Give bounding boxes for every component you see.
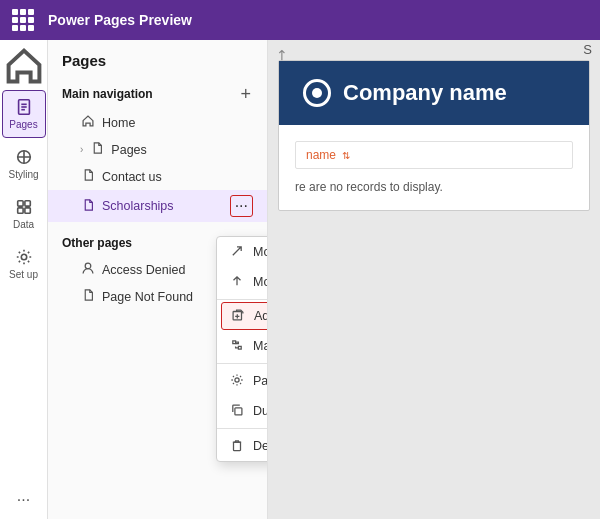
sidebar-item-setup-label: Set up [9, 269, 38, 280]
nav-item-pages[interactable]: › Pages [48, 136, 267, 163]
add-subpage-icon [230, 308, 246, 324]
preview-inner: Company name name ⇅ re are no records to… [278, 60, 590, 211]
make-subpage-icon [229, 338, 245, 354]
ctx-delete[interactable]: Delete [217, 431, 268, 461]
scholarships-more-button[interactable]: ··· [230, 195, 253, 217]
preview-field-sort-icon: ⇅ [342, 150, 350, 161]
ctx-add-subpage[interactable]: Add a new subpage [221, 302, 268, 330]
preview-content: name ⇅ re are no records to display. [279, 125, 589, 210]
ctx-move-up[interactable]: Move up [217, 267, 268, 297]
app-title: Power Pages Preview [48, 12, 192, 28]
preview-logo [303, 79, 331, 107]
nav-item-scholarships[interactable]: Scholarships ··· [48, 190, 267, 222]
move-to-other-icon [229, 244, 245, 260]
chevron-right-icon: › [80, 144, 83, 155]
ctx-page-settings[interactable]: Page settings [217, 366, 268, 396]
sidebar-item-setup[interactable]: Set up [2, 240, 46, 288]
ctx-move-to-other-label: Move to "Other pages" [253, 245, 268, 259]
delete-icon [229, 438, 245, 454]
preview-area: S ↙ Company name name ⇅ re are no record… [268, 40, 600, 519]
ctx-move-to-other[interactable]: Move to "Other pages" [217, 237, 268, 267]
icon-sidebar: Pages Styling Data Set up [0, 40, 48, 519]
svg-rect-7 [17, 208, 22, 213]
nav-item-pages-label: Pages [111, 143, 253, 157]
ctx-add-subpage-label: Add a new subpage [254, 309, 268, 323]
move-up-icon [229, 274, 245, 290]
preview-no-records: re are no records to display. [295, 176, 443, 198]
ctx-duplicate-label: Duplicate [253, 404, 268, 418]
nav-item-home[interactable]: Home [48, 109, 267, 136]
svg-rect-13 [235, 408, 242, 415]
svg-rect-8 [24, 208, 29, 213]
main-nav-label: Main navigation [62, 87, 153, 101]
home-nav-icon[interactable] [2, 48, 46, 84]
ctx-make-subpage[interactable]: Make this a subpage [217, 331, 268, 361]
sidebar-item-pages[interactable]: Pages [2, 90, 46, 138]
page-icon [89, 141, 105, 158]
ctx-page-settings-label: Page settings [253, 374, 268, 388]
nav-item-contact-label: Contact us [102, 170, 253, 184]
ctx-separator-3 [217, 428, 268, 429]
duplicate-icon [229, 403, 245, 419]
sidebar-item-styling-label: Styling [8, 169, 38, 180]
preview-header: Company name [279, 61, 589, 125]
preview-company-name: Company name [343, 80, 507, 106]
svg-point-9 [21, 254, 26, 259]
contact-icon [80, 168, 96, 185]
access-denied-icon [80, 261, 96, 278]
pages-panel-title: Pages [48, 52, 267, 79]
svg-point-12 [235, 378, 239, 382]
sidebar-more[interactable]: ... [2, 481, 46, 511]
preview-field: name ⇅ [295, 141, 573, 169]
svg-rect-14 [234, 442, 241, 450]
preview-logo-inner [312, 88, 322, 98]
svg-rect-6 [24, 201, 29, 206]
home-icon [80, 114, 96, 131]
sidebar-item-data[interactable]: Data [2, 190, 46, 238]
add-page-button[interactable]: + [238, 85, 253, 103]
main-layout: Pages Styling Data Set up [0, 40, 600, 519]
preview-field-label: name [306, 148, 336, 162]
s-label: S [583, 42, 592, 57]
ctx-move-up-label: Move up [253, 275, 268, 289]
page-not-found-icon [80, 288, 96, 305]
context-menu: Move to "Other pages" Move up [216, 236, 268, 462]
ctx-separator-2 [217, 363, 268, 364]
nav-item-contact[interactable]: Contact us [48, 163, 267, 190]
sidebar-item-styling[interactable]: Styling [2, 140, 46, 188]
pages-panel: Pages Main navigation + Home › Page [48, 40, 268, 519]
sidebar-item-data-label: Data [13, 219, 34, 230]
main-nav-header: Main navigation + [48, 79, 267, 109]
ctx-make-subpage-label: Make this a subpage [253, 339, 268, 353]
ctx-separator-1 [217, 299, 268, 300]
svg-rect-5 [17, 201, 22, 206]
nav-item-scholarships-label: Scholarships [102, 199, 224, 213]
sidebar-item-pages-label: Pages [9, 119, 37, 130]
ctx-delete-label: Delete [253, 439, 268, 453]
page-settings-icon [229, 373, 245, 389]
svg-point-10 [85, 263, 91, 269]
scholarships-icon [80, 198, 96, 215]
topbar: Power Pages Preview [0, 0, 600, 40]
nav-item-home-label: Home [102, 116, 253, 130]
ctx-duplicate[interactable]: Duplicate [217, 396, 268, 426]
grid-icon[interactable] [12, 9, 34, 31]
